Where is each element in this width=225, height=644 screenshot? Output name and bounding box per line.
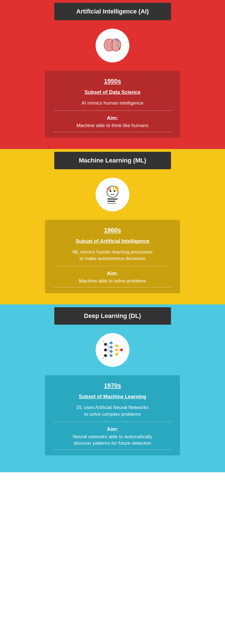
svg-line-47 (112, 346, 115, 347)
dl-year: 1970s (53, 382, 172, 389)
svg-point-13 (110, 190, 111, 192)
ml-title-bar: Machine Learning (ML) (54, 152, 171, 169)
svg-point-56 (103, 358, 104, 359)
ai-year: 1950s (53, 78, 172, 85)
ml-icon-circle (96, 178, 129, 211)
svg-line-52 (118, 346, 120, 350)
ml-info-card: 1960s Subset of Artificial Intelligence … (45, 220, 180, 293)
ai-info-card: 1950s Subset of Data Science AI mimics h… (45, 71, 180, 138)
ml-aim-text: Machine able to solve problems (53, 278, 172, 288)
svg-point-55 (103, 341, 104, 342)
svg-point-25 (109, 188, 110, 189)
svg-rect-22 (107, 201, 115, 202)
section-ml: Machine Learning (ML) (0, 149, 225, 304)
dl-aim-text: Neural networks able to automatically di… (53, 433, 172, 450)
svg-point-34 (115, 349, 118, 351)
neural-network-icon (101, 339, 124, 361)
svg-rect-19 (113, 187, 114, 189)
ml-title: Machine Learning (ML) (79, 157, 146, 164)
ai-subset: Subset of Data Science (53, 89, 172, 95)
svg-line-50 (112, 351, 115, 354)
svg-point-26 (104, 343, 107, 346)
ml-aim-label: Aim: (53, 271, 172, 277)
ai-aim-label: Aim: (53, 115, 172, 121)
svg-line-46 (112, 343, 115, 346)
ai-title: Artificial Intelligence (AI) (76, 8, 149, 15)
svg-line-54 (118, 350, 120, 354)
svg-point-27 (104, 349, 107, 351)
svg-point-31 (110, 350, 112, 353)
dl-icon-circle (96, 333, 129, 367)
ml-subset: Subset of Artificial Intelligence (53, 238, 172, 244)
dl-title: Deep Learning (DL) (84, 312, 141, 319)
ml-description: ML mimics human learning processes to ma… (53, 249, 172, 266)
svg-point-28 (104, 354, 107, 357)
svg-point-30 (110, 346, 112, 349)
ai-title-bar: Artificial Intelligence (AI) (54, 3, 171, 20)
dl-title-bar: Deep Learning (DL) (54, 307, 171, 325)
svg-point-35 (115, 353, 118, 356)
svg-rect-23 (107, 203, 116, 204)
svg-point-32 (110, 354, 112, 357)
section-ai: Artificial Intelligence (AI) (0, 0, 225, 149)
ai-description: AI mimics human intelligence (53, 100, 172, 111)
section-dl: Deep Learning (DL) (0, 304, 225, 472)
dl-description: DL uses Artificial Neural Networks to so… (53, 404, 172, 422)
svg-point-16 (115, 187, 117, 189)
svg-line-49 (112, 350, 115, 351)
svg-rect-17 (115, 186, 117, 187)
svg-point-33 (115, 344, 118, 347)
ml-robot-icon (101, 183, 124, 206)
svg-point-29 (110, 342, 112, 344)
svg-line-51 (112, 354, 115, 356)
dl-subset: Subset of Machine Learning (53, 394, 172, 400)
ai-aim-text: Machine able to think like humans (53, 122, 172, 132)
ml-year: 1960s (53, 227, 172, 234)
ai-icon-circle (96, 29, 129, 62)
dl-aim-label: Aim: (53, 426, 172, 432)
svg-rect-21 (107, 198, 118, 200)
dl-info-card: 1970s Subset of Machine Learning DL uses… (45, 375, 180, 455)
svg-line-48 (112, 347, 115, 350)
svg-rect-18 (115, 190, 117, 191)
svg-rect-20 (118, 187, 119, 189)
brain-icon (101, 34, 124, 57)
svg-point-36 (120, 349, 123, 351)
